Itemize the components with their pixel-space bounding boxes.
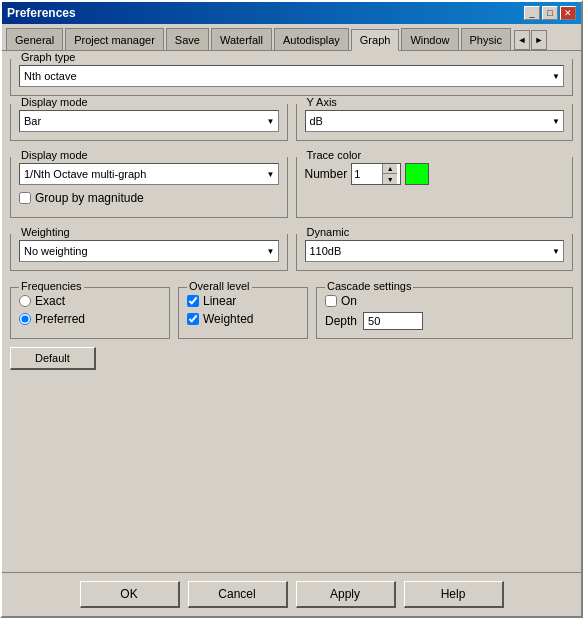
tab-content: Graph type Nth octave Display mode Bar Y… — [2, 50, 581, 572]
title-controls: _ □ ✕ — [524, 6, 576, 20]
display-mode-1-select-wrapper: Bar — [19, 110, 279, 132]
weighted-checkbox[interactable] — [187, 313, 199, 325]
frequencies-group: Frequencies Exact Preferred — [10, 287, 170, 339]
weighting-label: Weighting — [19, 226, 72, 238]
apply-button[interactable]: Apply — [296, 581, 396, 608]
help-button[interactable]: Help — [404, 581, 504, 608]
exact-label: Exact — [35, 294, 65, 308]
cascade-settings-label: Cascade settings — [325, 280, 413, 292]
group-by-magnitude-row: Group by magnitude — [19, 191, 279, 205]
dynamic-label: Dynamic — [305, 226, 352, 238]
cascade-on-checkbox[interactable] — [325, 295, 337, 307]
overall-level-group: Overall level Linear Weighted — [178, 287, 308, 339]
group-by-magnitude-checkbox[interactable] — [19, 192, 31, 204]
trace-color-swatch[interactable] — [405, 163, 429, 185]
default-button[interactable]: Default — [10, 347, 96, 370]
cascade-settings-group: Cascade settings On Depth — [316, 287, 573, 339]
weighting-group: Weighting No weighting — [10, 234, 288, 271]
weighting-select[interactable]: No weighting — [19, 240, 279, 262]
preferred-row: Preferred — [19, 312, 161, 326]
trace-number-up[interactable]: ▲ — [383, 164, 397, 174]
tab-save[interactable]: Save — [166, 28, 209, 50]
display-mode-2-label: Display mode — [19, 149, 90, 161]
weighting-select-wrapper: No weighting — [19, 240, 279, 262]
bottom-bar: OK Cancel Apply Help — [2, 572, 581, 616]
preferred-radio[interactable] — [19, 313, 31, 325]
trace-number-down[interactable]: ▼ — [383, 174, 397, 184]
exact-radio[interactable] — [19, 295, 31, 307]
tab-nav-right[interactable]: ► — [531, 30, 547, 50]
trace-number-label: Number — [305, 167, 348, 181]
graph-type-label: Graph type — [19, 51, 77, 63]
bottom-groups-row: Frequencies Exact Preferred Overall leve… — [10, 287, 573, 339]
y-axis-group: Y Axis dB — [296, 104, 574, 141]
trace-number-input-wrapper: ▲ ▼ — [351, 163, 401, 185]
cascade-depth-row: Depth — [325, 312, 564, 330]
tab-project-manager[interactable]: Project manager — [65, 28, 164, 50]
frequencies-label: Frequencies — [19, 280, 84, 292]
trace-number-spinners: ▲ ▼ — [382, 164, 397, 184]
close-button[interactable]: ✕ — [560, 6, 576, 20]
display-mode-1-label: Display mode — [19, 96, 90, 108]
tab-nav-left[interactable]: ◄ — [514, 30, 530, 50]
overall-level-label: Overall level — [187, 280, 252, 292]
linear-label: Linear — [203, 294, 236, 308]
y-axis-label: Y Axis — [305, 96, 339, 108]
display-mode-2-group: Display mode 1/Nth Octave multi-graph Gr… — [10, 157, 288, 218]
title-bar: Preferences _ □ ✕ — [2, 2, 581, 24]
y-axis-select[interactable]: dB — [305, 110, 565, 132]
y-axis-select-wrapper: dB — [305, 110, 565, 132]
ok-button[interactable]: OK — [80, 581, 180, 608]
cascade-on-row: On — [325, 294, 564, 308]
preferences-window: Preferences _ □ ✕ General Project manage… — [0, 0, 583, 618]
exact-row: Exact — [19, 294, 161, 308]
tab-autodisplay[interactable]: Autodisplay — [274, 28, 349, 50]
cascade-on-label: On — [341, 294, 357, 308]
dynamic-group: Dynamic 110dB — [296, 234, 574, 271]
trace-number-input[interactable] — [352, 166, 382, 182]
dynamic-select-wrapper: 110dB — [305, 240, 565, 262]
cancel-button[interactable]: Cancel — [188, 581, 288, 608]
display-mode-2-select-wrapper: 1/Nth Octave multi-graph — [19, 163, 279, 185]
preferred-label: Preferred — [35, 312, 85, 326]
weighted-label: Weighted — [203, 312, 253, 326]
weighted-row: Weighted — [187, 312, 299, 326]
linear-checkbox[interactable] — [187, 295, 199, 307]
cascade-depth-label: Depth — [325, 314, 357, 328]
window-title: Preferences — [7, 6, 76, 20]
tab-window[interactable]: Window — [401, 28, 458, 50]
display-mode-1-group: Display mode Bar — [10, 104, 288, 141]
trace-color-group: Trace color Number ▲ ▼ — [296, 157, 574, 218]
tabs-bar: General Project manager Save Waterfall A… — [2, 24, 581, 50]
trace-color-row: Number ▲ ▼ — [305, 163, 565, 185]
graph-type-group: Graph type Nth octave — [10, 59, 573, 96]
display-mode-yaxis-row: Display mode Bar Y Axis dB — [10, 104, 573, 149]
tab-graph[interactable]: Graph — [351, 29, 400, 51]
dynamic-select[interactable]: 110dB — [305, 240, 565, 262]
graph-type-select[interactable]: Nth octave — [19, 65, 564, 87]
minimize-button[interactable]: _ — [524, 6, 540, 20]
display-mode-1-select[interactable]: Bar — [19, 110, 279, 132]
tab-waterfall[interactable]: Waterfall — [211, 28, 272, 50]
group-by-magnitude-label: Group by magnitude — [35, 191, 144, 205]
linear-row: Linear — [187, 294, 299, 308]
maximize-button[interactable]: □ — [542, 6, 558, 20]
weighting-dynamic-row: Weighting No weighting Dynamic 110dB — [10, 234, 573, 279]
display-mode2-trace-row: Display mode 1/Nth Octave multi-graph Gr… — [10, 157, 573, 226]
tab-general[interactable]: General — [6, 28, 63, 50]
display-mode-2-select[interactable]: 1/Nth Octave multi-graph — [19, 163, 279, 185]
tab-physic[interactable]: Physic — [461, 28, 511, 50]
graph-type-select-wrapper: Nth octave — [19, 65, 564, 87]
trace-color-label: Trace color — [305, 149, 364, 161]
cascade-depth-input[interactable] — [363, 312, 423, 330]
